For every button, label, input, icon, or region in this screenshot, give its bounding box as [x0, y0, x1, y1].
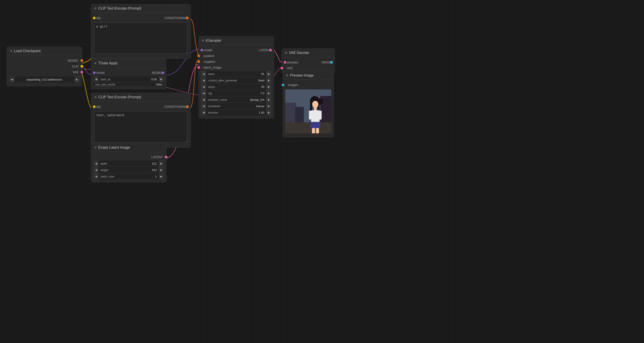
- preview-images-input-dot[interactable]: [282, 84, 284, 86]
- svg-point-8: [318, 98, 323, 105]
- sched-next-button[interactable]: ▶: [266, 103, 272, 109]
- node-status-dot: [94, 96, 96, 98]
- sn-prev-button[interactable]: ◀: [201, 97, 206, 103]
- clip-text-neg-title: CLIP Text Encode (Prompt): [98, 95, 141, 99]
- cfg-prev-button[interactable]: ◀: [201, 90, 206, 96]
- vae-output-dot[interactable]: [80, 71, 83, 74]
- sched-value: karras: [254, 105, 266, 108]
- start-at-next-button[interactable]: ▶: [158, 76, 164, 82]
- ksampler-model-input-dot[interactable]: [200, 49, 203, 52]
- ksampler-positive-port: positive: [199, 53, 274, 59]
- load-checkpoint-title: Load Checkpoint: [14, 49, 40, 53]
- negative-prompt-textarea[interactable]: text, watermark: [94, 111, 188, 142]
- ksampler-negative-dot[interactable]: [197, 60, 200, 63]
- seed-label: seed: [206, 72, 260, 76]
- ksampler-latent-output-dot[interactable]: [269, 49, 272, 52]
- positive-prompt-textarea[interactable]: a girl: [94, 23, 188, 54]
- denoise-prev-button[interactable]: ◀: [201, 110, 206, 115]
- denoise-next-button[interactable]: ▶: [266, 110, 272, 115]
- steps-next-button[interactable]: ▶: [266, 84, 272, 90]
- sched-prev-button[interactable]: ◀: [201, 103, 206, 109]
- ksampler-latent-input-label: latent_image: [202, 66, 221, 69]
- vae-decode-node: VAE Decode samples IMAGE VAE: [282, 48, 335, 74]
- denoise-row: ◀ denoise 1.00 ▶: [201, 110, 272, 115]
- clip-pos-ports: clip CONDITIONING: [91, 15, 190, 21]
- svg-rect-15: [312, 128, 315, 133]
- cag-value: fixed: [256, 79, 266, 82]
- clip-pos-input-dot[interactable]: [93, 17, 96, 19]
- preview-image-header: Preview Image: [283, 71, 334, 80]
- model-output-label: MODEL: [68, 59, 79, 62]
- tgate-model-output-dot[interactable]: [162, 72, 164, 74]
- cfg-next-button[interactable]: ▶: [266, 90, 272, 96]
- model-output-port: MODEL: [7, 58, 82, 64]
- height-row: ◀ height 512 ▶: [93, 167, 164, 173]
- sn-next-button[interactable]: ▶: [266, 97, 272, 103]
- vae-decode-vae-label: VAE: [285, 66, 293, 70]
- batch-next-button[interactable]: ▶: [158, 173, 164, 179]
- cag-prev-button[interactable]: ◀: [201, 77, 206, 83]
- ksampler-title: KSampler: [206, 39, 221, 43]
- seed-value: 91: [260, 72, 266, 76]
- load-checkpoint-header: Load Checkpoint: [7, 47, 82, 56]
- cag-next-button[interactable]: ▶: [266, 77, 272, 83]
- ckpt-next-button[interactable]: ▶: [74, 76, 80, 83]
- ksampler-positive-dot[interactable]: [197, 55, 200, 57]
- vae-decode-samples-input-dot[interactable]: [284, 61, 286, 64]
- preview-image-display: [285, 89, 331, 134]
- clip-text-neg-header: CLIP Text Encode (Prompt): [91, 93, 190, 102]
- vae-decode-samples-row: samples IMAGE: [282, 60, 335, 65]
- batch-prev-button[interactable]: ◀: [93, 173, 99, 179]
- use-cpu-cache-row: use_cpu_cache false: [93, 83, 164, 86]
- vae-decode-image-dot[interactable]: [330, 61, 333, 64]
- denoise-label: denoise: [206, 111, 257, 114]
- node-status-dot: [94, 62, 96, 64]
- clip-output-dot[interactable]: [80, 65, 83, 68]
- width-prev-button[interactable]: ◀: [93, 161, 99, 166]
- preview-image-body: images: [283, 80, 334, 137]
- start-at-prev-button[interactable]: ◀: [93, 76, 99, 82]
- preview-image-title: Preview Image: [290, 74, 314, 77]
- height-next-button[interactable]: ▶: [158, 167, 164, 173]
- empty-latent-output-dot[interactable]: [165, 156, 168, 158]
- sched-label: scheduler: [206, 105, 254, 108]
- node-status-dot: [285, 52, 287, 54]
- tgate-model-ports: model MODEL: [91, 70, 166, 76]
- tgate-title: TGate Apply: [98, 61, 118, 65]
- preview-images-port: images: [283, 82, 334, 88]
- tgate-model-input-dot[interactable]: [93, 72, 96, 74]
- batch-size-row: ◀ batch_size 1 ▶: [93, 173, 164, 179]
- scheduler-row: ◀ scheduler karras ▶: [201, 103, 272, 109]
- seed-row: ◀ seed 91 ▶: [201, 71, 272, 77]
- steps-row: ◀ steps 30 ▶: [201, 84, 272, 90]
- seed-prev-button[interactable]: ◀: [201, 71, 206, 77]
- steps-prev-button[interactable]: ◀: [201, 84, 206, 90]
- vae-decode-title: VAE Decode: [289, 51, 309, 55]
- model-output-dot[interactable]: [80, 59, 83, 62]
- tgate-model-output-label: MODEL: [152, 71, 163, 75]
- steps-value: 30: [260, 85, 266, 89]
- ckpt-name-value: awpainting_v12.safetensors: [14, 78, 74, 81]
- height-prev-button[interactable]: ◀: [93, 167, 99, 173]
- clip-neg-input-dot[interactable]: [93, 105, 96, 108]
- width-next-button[interactable]: ▶: [158, 161, 164, 166]
- ckpt-name-row: ◀ awpainting_v12.safetensors ▶: [9, 76, 80, 83]
- seed-next-button[interactable]: ▶: [266, 71, 272, 77]
- height-label: height: [99, 168, 150, 172]
- conditioning-pos-output-dot[interactable]: [186, 17, 189, 19]
- node-status-dot: [94, 7, 96, 10]
- svg-rect-14: [319, 111, 322, 120]
- sampler-name-row: ◀ sampler_name dpmpp_2m ▶: [201, 97, 272, 103]
- empty-latent-node: Empty Latent Image LATENT ◀ width 512 ▶ …: [91, 143, 166, 182]
- vae-output-port: VAE: [7, 69, 82, 75]
- ksampler-model-label: model: [202, 48, 212, 52]
- vae-decode-vae-row: VAE: [282, 65, 335, 71]
- ksampler-latent-input-dot[interactable]: [197, 66, 200, 69]
- vae-decode-vae-input-dot[interactable]: [280, 67, 283, 70]
- conditioning-neg-output-dot[interactable]: [186, 105, 189, 108]
- svg-rect-13: [309, 111, 312, 120]
- svg-rect-12: [310, 122, 320, 129]
- width-value: 512: [150, 162, 158, 165]
- empty-latent-title: Empty Latent Image: [98, 146, 130, 150]
- ckpt-prev-button[interactable]: ◀: [9, 76, 14, 83]
